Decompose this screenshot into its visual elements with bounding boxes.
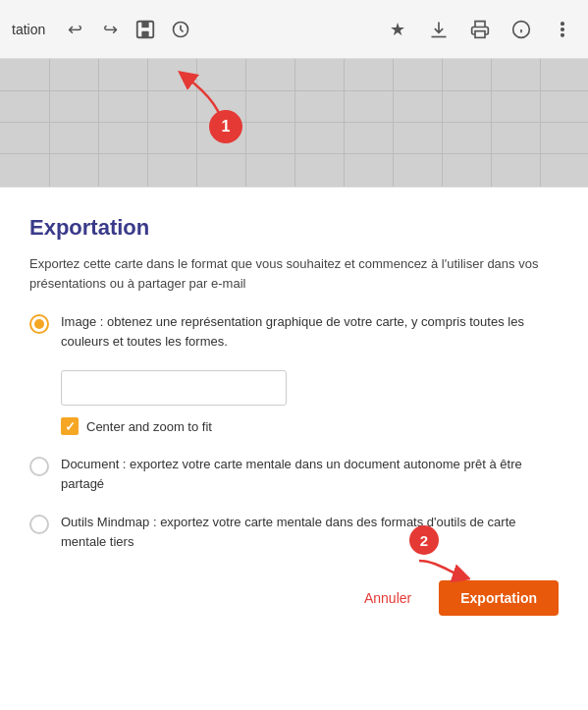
download-button[interactable] (425, 16, 453, 43)
toolbar-title: tation (12, 22, 45, 37)
checkbox-center-zoom[interactable]: ✓ (61, 417, 79, 435)
undo-button[interactable]: ↩ (61, 16, 88, 43)
radio-image[interactable] (29, 314, 49, 334)
redo-button[interactable]: ↪ (96, 16, 124, 43)
print-button[interactable] (466, 16, 494, 43)
option-image-label: Image : obtenez une représentation graph… (61, 312, 559, 351)
toolbar-left: tation ↩ ↪ (12, 16, 194, 43)
toolbar: tation ↩ ↪ ★ (0, 0, 588, 59)
image-input[interactable] (61, 370, 287, 406)
info-button[interactable] (508, 16, 535, 43)
option-mindmap-label: Outils Mindmap : exportez votre carte me… (61, 513, 559, 551)
checkbox-label: Center and zoom to fit (86, 419, 212, 434)
checkbox-check-icon: ✓ (65, 419, 76, 434)
radio-document[interactable] (29, 457, 49, 476)
checkbox-row[interactable]: ✓ Center and zoom to fit (61, 417, 559, 435)
image-input-wrapper (61, 370, 559, 406)
svg-rect-5 (475, 30, 485, 37)
option-document-row[interactable]: Document : exportez votre carte mentale … (29, 455, 559, 493)
svg-point-11 (561, 33, 564, 36)
menu-button[interactable] (549, 16, 576, 43)
dialog-description: Exportez cette carte dans le format que … (29, 254, 559, 293)
dialog-title: Exportation (29, 215, 559, 241)
badge1: 1 (209, 110, 242, 143)
svg-rect-1 (142, 21, 149, 27)
dialog-actions: 2 Annuler Exportation (29, 571, 559, 616)
option-image-row[interactable]: Image : obtenez une représentation graph… (29, 312, 559, 351)
canvas-area: 1 (0, 59, 588, 187)
save-button[interactable] (132, 16, 159, 43)
option-document-label: Document : exportez votre carte mentale … (61, 455, 559, 493)
radio-image-inner (34, 319, 44, 329)
option-mindmap-row[interactable]: Outils Mindmap : exportez votre carte me… (29, 513, 559, 551)
badge2: 2 (409, 525, 439, 555)
svg-point-9 (561, 22, 564, 25)
history-button[interactable] (167, 16, 194, 43)
step1-annotation: 1 (172, 69, 250, 141)
cancel-button[interactable]: Annuler (352, 582, 423, 614)
star-button[interactable]: ★ (384, 16, 411, 43)
dialog-panel: Exportation Exportez cette carte dans le… (0, 187, 588, 710)
toolbar-right: ★ (384, 16, 576, 43)
radio-mindmap[interactable] (29, 515, 49, 534)
export-button[interactable]: Exportation (439, 580, 559, 616)
svg-rect-2 (142, 30, 149, 36)
svg-point-10 (561, 27, 564, 30)
step2-annotation: 2 (401, 525, 470, 584)
